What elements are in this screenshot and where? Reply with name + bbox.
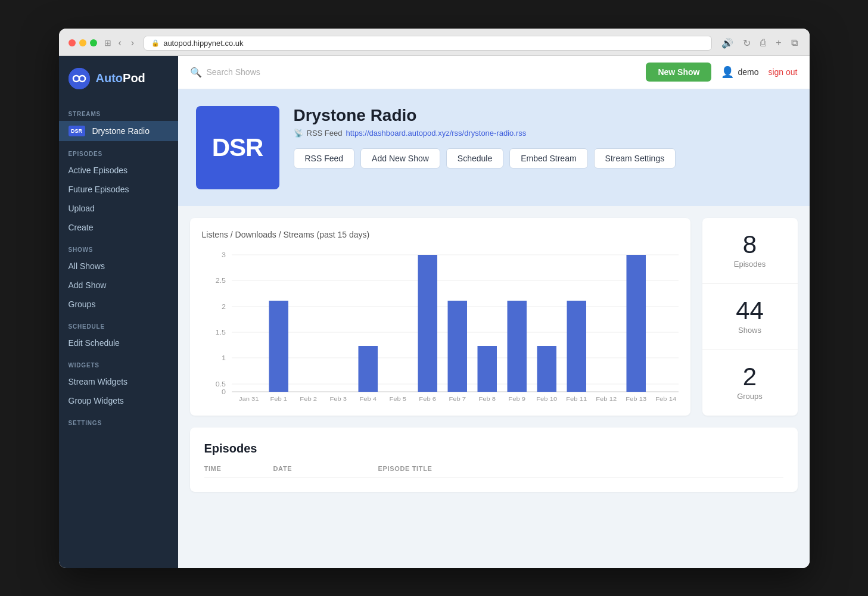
- stat-shows-label: Shows: [738, 326, 761, 335]
- minimize-button[interactable]: [79, 39, 86, 46]
- sidebar-toggle-button[interactable]: ⊞: [104, 38, 111, 48]
- stat-episodes-label: Episodes: [734, 260, 766, 269]
- svg-text:Feb 8: Feb 8: [478, 396, 496, 402]
- svg-text:Feb 6: Feb 6: [419, 396, 436, 402]
- sidebar-item-label: Active Episodes: [69, 166, 128, 175]
- close-button[interactable]: [69, 39, 76, 46]
- sidebar-section-widgets: WIDGETS: [59, 352, 178, 372]
- sidebar-item-future-episodes[interactable]: Future Episodes: [59, 180, 178, 199]
- svg-text:2: 2: [222, 304, 226, 310]
- sidebar-item-groups[interactable]: Groups: [59, 295, 178, 314]
- schedule-button[interactable]: Schedule: [446, 148, 503, 168]
- sidebar-item-stream-widgets[interactable]: Stream Widgets: [59, 372, 178, 391]
- svg-text:Feb 11: Feb 11: [566, 396, 587, 402]
- sidebar-item-drystone-radio[interactable]: DSR Drystone Radio: [59, 121, 178, 141]
- sidebar-item-label: Stream Widgets: [69, 377, 128, 386]
- stat-episodes-number: 8: [743, 232, 757, 257]
- show-logo-text: DSR: [212, 133, 263, 162]
- episodes-section: Episodes TIME DATE EPISODE TITLE: [190, 428, 798, 492]
- sidebar-item-label: Create: [69, 223, 94, 232]
- sidebar-item-add-show[interactable]: Add Show: [59, 276, 178, 295]
- back-button[interactable]: ‹: [116, 36, 124, 49]
- sidebar-item-all-shows[interactable]: All Shows: [59, 257, 178, 276]
- col-time: TIME: [204, 465, 264, 472]
- bar-feb6: [418, 255, 437, 392]
- svg-text:Feb 9: Feb 9: [508, 396, 525, 402]
- show-actions: RSS Feed Add New Show Schedule Embed Str…: [294, 148, 792, 168]
- sidebar-item-label: Groups: [69, 299, 96, 309]
- sidebar-item-label: Drystone Radio: [92, 126, 150, 136]
- embed-stream-button[interactable]: Embed Stream: [509, 148, 587, 168]
- col-episode-title: EPISODE TITLE: [378, 465, 783, 472]
- stat-groups-label: Groups: [737, 392, 763, 401]
- browser-controls: ⊞ ‹ ›: [104, 36, 137, 49]
- security-icon: 🔒: [151, 39, 160, 47]
- sidebar-item-label: Add Show: [69, 280, 107, 290]
- svg-text:Feb 5: Feb 5: [389, 396, 406, 402]
- sidebar-item-label: Group Widgets: [69, 396, 124, 405]
- episodes-title: Episodes: [204, 442, 783, 455]
- sidebar-item-group-widgets[interactable]: Group Widgets: [59, 391, 178, 410]
- username-label: demo: [738, 67, 758, 77]
- show-logo: DSR: [196, 106, 279, 189]
- rss-feed-button[interactable]: RSS Feed: [294, 148, 355, 168]
- bar-feb1: [269, 301, 288, 392]
- address-bar[interactable]: 🔒 autopod.hippynet.co.uk: [144, 36, 712, 51]
- show-hero: DSR Drystone Radio 📡 RSS Feed https://da…: [178, 89, 810, 206]
- sidebar: AutoPod STREAMS DSR Drystone Radio EPISO…: [59, 56, 178, 568]
- signout-link[interactable]: sign out: [768, 67, 797, 77]
- volume-icon[interactable]: 🔊: [719, 36, 736, 50]
- top-header: 🔍 New Show 👤 demo sign out: [178, 56, 810, 89]
- episodes-table-header: TIME DATE EPISODE TITLE: [204, 465, 783, 478]
- new-tab-button[interactable]: +: [773, 36, 783, 49]
- logo-auto: Auto: [96, 71, 123, 85]
- svg-text:1.5: 1.5: [215, 329, 225, 336]
- svg-text:Feb 12: Feb 12: [596, 396, 617, 402]
- rss-icon: 📡: [294, 129, 303, 138]
- forward-button[interactable]: ›: [129, 36, 136, 49]
- bar-feb4: [358, 346, 378, 392]
- show-info: Drystone Radio 📡 RSS Feed https://dashbo…: [294, 106, 792, 168]
- share-button[interactable]: ⎙: [758, 36, 769, 49]
- header-user: 👤 demo: [721, 65, 758, 79]
- search-input[interactable]: [207, 67, 326, 77]
- reload-button[interactable]: ↻: [741, 36, 753, 50]
- show-title: Drystone Radio: [294, 106, 792, 125]
- stream-settings-button[interactable]: Stream Settings: [594, 148, 676, 168]
- svg-text:Feb 10: Feb 10: [536, 396, 557, 402]
- sidebar-item-active-episodes[interactable]: Active Episodes: [59, 161, 178, 180]
- bar-feb11: [567, 301, 586, 392]
- svg-text:Feb 1: Feb 1: [270, 396, 287, 402]
- rss-link-row: 📡 RSS Feed https://dashboard.autopod.xyz…: [294, 129, 792, 138]
- search-bar: 🔍: [190, 67, 637, 78]
- sidebar-section-streams: STREAMS: [59, 101, 178, 121]
- svg-text:Feb 7: Feb 7: [449, 396, 466, 402]
- bar-feb7: [447, 301, 467, 392]
- svg-text:Feb 3: Feb 3: [329, 396, 347, 402]
- sidebar-section-episodes: EPISODES: [59, 141, 178, 161]
- stat-shows-number: 44: [736, 298, 764, 323]
- tabs-button[interactable]: ⧉: [789, 36, 800, 49]
- stat-groups-number: 2: [743, 364, 757, 389]
- svg-text:3: 3: [222, 252, 226, 258]
- sidebar-item-upload[interactable]: Upload: [59, 199, 178, 218]
- maximize-button[interactable]: [90, 39, 97, 46]
- add-new-show-button[interactable]: Add New Show: [360, 148, 440, 168]
- stat-shows: 44 Shows: [702, 284, 798, 350]
- chart-title: Listens / Downloads / Streams (past 15 d…: [202, 230, 679, 239]
- sidebar-section-shows: SHOWS: [59, 237, 178, 257]
- svg-text:0.5: 0.5: [215, 381, 225, 388]
- sidebar-section-schedule: SCHEDULE: [59, 314, 178, 333]
- rss-url-link[interactable]: https://dashboard.autopod.xyz/rss/drysto…: [346, 129, 526, 138]
- sidebar-item-edit-schedule[interactable]: Edit Schedule: [59, 333, 178, 352]
- svg-text:Feb 4: Feb 4: [359, 396, 377, 402]
- sidebar-item-create[interactable]: Create: [59, 218, 178, 237]
- user-icon: 👤: [721, 65, 734, 79]
- app-layout: AutoPod STREAMS DSR Drystone Radio EPISO…: [59, 56, 810, 568]
- browser-window: ⊞ ‹ › 🔒 autopod.hippynet.co.uk 🔊 ↻ ⎙ + ⧉: [59, 29, 810, 568]
- sidebar-logo: AutoPod: [59, 56, 178, 101]
- sidebar-item-label: Upload: [69, 204, 95, 213]
- sidebar-section-settings: SETTINGS: [59, 410, 178, 430]
- new-show-button[interactable]: New Show: [646, 63, 711, 82]
- logo-text: AutoPod: [96, 71, 145, 85]
